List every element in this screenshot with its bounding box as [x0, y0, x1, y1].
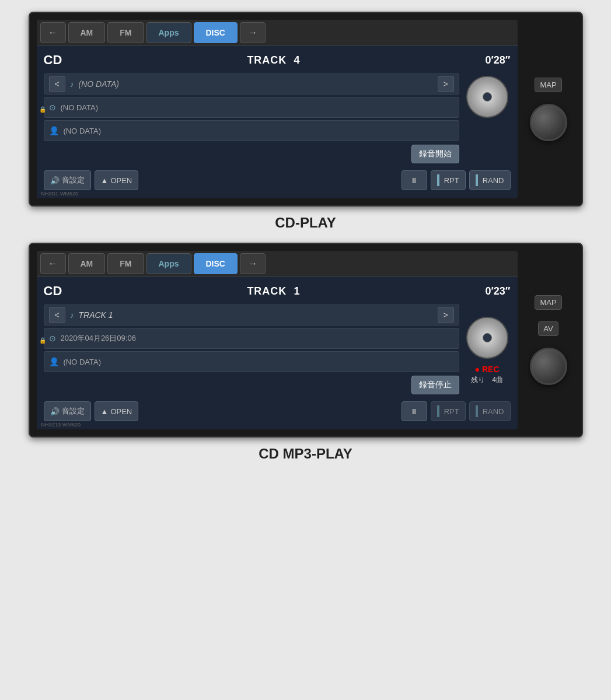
rand-btn-1[interactable]: RAND	[469, 170, 511, 190]
unit1-wrapper: ← AM FM Apps DISC → CD TRACK 4 0′28	[0, 12, 611, 243]
car-unit-2: ← AM FM Apps DISC → CD TRACK 1 0′23	[29, 243, 583, 438]
album-name-2: 2020年04月26日09:06	[61, 333, 136, 344]
unit1-label: CD-PLAY	[275, 215, 336, 231]
tab-back-2[interactable]: ←	[40, 253, 66, 274]
time-info-2: 0′23″	[486, 285, 511, 298]
data-rows-2: < ♪ TRACK 1 > ⊙ 2020年04月26日09:06	[44, 304, 459, 394]
artist-row-1: 👤 (NO DATA)	[44, 120, 459, 141]
cd-graphic-1	[464, 74, 511, 120]
controls-row-1: 🔊 音設定 ▲ OPEN ⏸ RPT	[44, 167, 511, 194]
open-btn-1[interactable]: ▲ OPEN	[95, 170, 139, 190]
cd-hole-1	[483, 92, 492, 102]
tab-bar-2: ← AM FM Apps DISC →	[37, 251, 518, 276]
cd-circle-1	[466, 76, 508, 118]
person-icon-1: 👤	[49, 126, 59, 135]
rpt-bar-1	[437, 174, 439, 186]
screen-2: ← AM FM Apps DISC → CD TRACK 1 0′23	[37, 251, 518, 429]
tab-apps-1[interactable]: Apps	[146, 22, 191, 43]
tab-apps-2[interactable]: Apps	[146, 253, 191, 274]
cd-label-2: CD	[44, 284, 62, 299]
map-btn-2[interactable]: MAP	[535, 295, 561, 310]
eject-icon-2: ▲	[101, 407, 109, 416]
track-label-2: TRACK	[247, 285, 287, 297]
model-label-1: NH3D1-WM620	[41, 191, 79, 197]
track-label-1: TRACK	[247, 54, 287, 66]
tab-back-1[interactable]: ←	[40, 22, 66, 43]
data-rows-1: < ♪ (NO DATA) > ⊙ (NO DATA)	[44, 74, 459, 163]
artist-row-2: 👤 (NO DATA)	[44, 351, 459, 372]
rec-indicator-2: REC 残り 4曲	[471, 365, 503, 385]
av-btn-2[interactable]: AV	[538, 321, 558, 336]
record-btn-1[interactable]: 録音開始	[411, 145, 459, 163]
tab-am-1[interactable]: AM	[68, 22, 106, 43]
track-name-1: (NO DATA)	[79, 79, 433, 89]
open-label-1: OPEN	[110, 176, 132, 185]
cd-hole-2	[483, 333, 492, 342]
prev-btn-2[interactable]: <	[49, 307, 65, 323]
volume-knob-1[interactable]	[530, 104, 567, 141]
right-panel-2: MAP AV	[522, 290, 575, 390]
content-area-2: CD TRACK 1 0′23″ < ♪ T	[37, 276, 518, 429]
album-row-1: ⊙ (NO DATA)	[44, 97, 459, 118]
screen-inner-2: ← AM FM Apps DISC → CD TRACK 1 0′23	[37, 251, 518, 429]
tab-disc-2[interactable]: DISC	[194, 253, 238, 274]
info-row-1: CD TRACK 4 0′28″	[44, 50, 511, 70]
rpt-btn-2[interactable]: RPT	[431, 401, 466, 421]
artist-name-2: (NO DATA)	[64, 358, 102, 366]
pause-btn-2[interactable]: ⏸	[401, 401, 427, 421]
track-name-2: TRACK 1	[79, 310, 433, 320]
tab-fm-1[interactable]: FM	[107, 22, 144, 43]
artist-name-1: (NO DATA)	[64, 127, 102, 135]
data-section-1: < ♪ (NO DATA) > ⊙ (NO DATA)	[44, 74, 511, 163]
rand-label-2: RAND	[483, 407, 504, 416]
open-btn-2[interactable]: ▲ OPEN	[95, 401, 139, 421]
tab-fm-2[interactable]: FM	[107, 253, 144, 274]
pause-btn-1[interactable]: ⏸	[401, 170, 427, 190]
right-panel-1: MAP	[522, 73, 575, 146]
rpt-bar-2	[437, 405, 439, 417]
next-btn-1[interactable]: >	[438, 76, 454, 92]
rpt-label-2: RPT	[444, 407, 459, 416]
rec-remaining-2: 残り 4曲	[471, 375, 503, 385]
speaker-icon-1: 🔊	[50, 176, 60, 185]
person-icon-2: 👤	[49, 357, 59, 366]
rand-bar-2	[476, 405, 478, 417]
tab-forward-2[interactable]: →	[240, 253, 266, 274]
note-icon-1: ♪	[70, 79, 74, 89]
car-unit-1: ← AM FM Apps DISC → CD TRACK 4 0′28	[29, 12, 583, 206]
model-label-2: NH3Z13-WM620	[41, 422, 81, 428]
rand-btn-2[interactable]: RAND	[469, 401, 511, 421]
volume-knob-2[interactable]	[530, 348, 567, 385]
lock-icon-1: 🔒	[39, 106, 46, 113]
record-btn-2[interactable]: 録音停止	[411, 376, 459, 394]
track-num-1: 4	[294, 54, 300, 66]
cd-circle-2	[466, 317, 508, 359]
sound-label-1: 音設定	[62, 175, 85, 186]
screen-inner-1: ← AM FM Apps DISC → CD TRACK 4 0′28	[37, 20, 518, 198]
album-row-2: ⊙ 2020年04月26日09:06	[44, 328, 459, 349]
rpt-btn-1[interactable]: RPT	[431, 170, 466, 190]
controls-row-2: 🔊 音設定 ▲ OPEN ⏸ RPT	[44, 398, 511, 425]
map-btn-1[interactable]: MAP	[535, 78, 561, 92]
cd-graphic-2	[464, 314, 511, 361]
tab-forward-1[interactable]: →	[240, 22, 266, 43]
track-info-2: TRACK 1	[247, 285, 300, 298]
prev-btn-1[interactable]: <	[49, 76, 65, 92]
sound-btn-2[interactable]: 🔊 音設定	[44, 401, 91, 421]
track-info-1: TRACK 4	[247, 54, 300, 66]
time-info-1: 0′28″	[486, 54, 511, 66]
tab-am-2[interactable]: AM	[68, 253, 106, 274]
sound-btn-1[interactable]: 🔊 音設定	[44, 170, 91, 190]
disc-icon-2: ⊙	[49, 334, 56, 343]
open-label-2: OPEN	[110, 407, 132, 416]
rec-dot-2: REC	[474, 365, 499, 374]
next-btn-2[interactable]: >	[438, 307, 454, 323]
track-row-1: < ♪ (NO DATA) >	[44, 74, 459, 94]
rand-bar-1	[476, 174, 478, 186]
disc-icon-1: ⊙	[49, 103, 56, 112]
content-area-1: CD TRACK 4 0′28″ < ♪ (	[37, 46, 518, 198]
speaker-icon-2: 🔊	[50, 407, 60, 416]
tab-disc-1[interactable]: DISC	[194, 22, 238, 43]
eject-icon-1: ▲	[101, 176, 109, 185]
unit2-wrapper: ← AM FM Apps DISC → CD TRACK 1 0′23	[0, 243, 611, 474]
